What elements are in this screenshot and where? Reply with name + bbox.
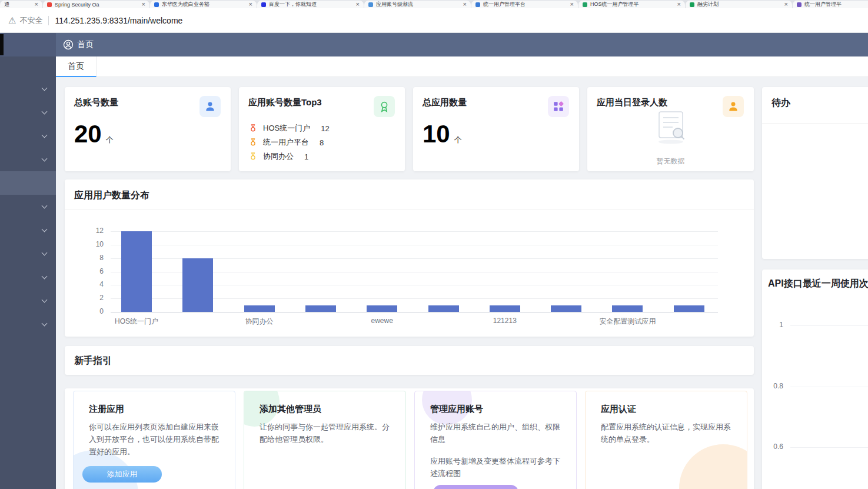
app-header: 首页 xyxy=(0,33,868,56)
sidebar-menu-item[interactable] xyxy=(0,101,56,124)
browser-tab[interactable]: 融劣计划× xyxy=(686,1,792,8)
y-axis-label: 1 xyxy=(766,321,783,329)
tab-close-icon[interactable]: × xyxy=(35,1,38,8)
guide-card-manage-accounts: 管理应用账号 维护应用系统自己的用户、组织、权限信息 应用账号新增及变更整体流程… xyxy=(414,391,577,489)
browser-tab[interactable]: Spring Security Oa× xyxy=(43,1,149,8)
guide-card-desc: 配置应用系统的认证信息，实现应用系统的单点登录。 xyxy=(601,421,735,445)
y-axis-label: 4 xyxy=(81,280,104,288)
gridline xyxy=(111,231,718,232)
divider xyxy=(762,123,868,124)
tab-favicon xyxy=(690,2,694,7)
medal-1-icon xyxy=(248,124,258,133)
browser-tab[interactable]: HOS统一用户管理平× xyxy=(578,1,685,8)
tab-title: 通 xyxy=(4,1,31,8)
sidebar-menu-item[interactable] xyxy=(0,265,56,289)
browser-tab[interactable]: 通× xyxy=(0,1,42,8)
bar xyxy=(367,305,397,312)
app-name: 协同办公 xyxy=(263,151,294,162)
browser-tab[interactable]: 百度一下，你就知道× xyxy=(257,1,364,8)
sidebar-menu-item[interactable] xyxy=(0,171,56,195)
y-axis-label: 12 xyxy=(81,227,104,235)
tab-close-icon[interactable]: × xyxy=(356,1,360,8)
sidebar-menu-item[interactable] xyxy=(0,289,56,312)
guide-card-title: 管理应用账号 xyxy=(430,404,483,415)
chevron-down-icon xyxy=(42,85,48,91)
y-axis-label: 0.8 xyxy=(766,382,783,390)
tab-title: 百度一下，你就知道 xyxy=(269,1,352,8)
chevron-down-icon xyxy=(42,132,48,138)
tab-close-icon[interactable]: × xyxy=(570,1,574,8)
x-axis-label: HOS统一门户 xyxy=(95,317,178,327)
decorative-circle xyxy=(679,444,747,489)
app-name: HOS统一门户 xyxy=(263,123,310,134)
browser-address-bar[interactable]: ⚠ 不安全 114.251.235.9:8331/main/welcome xyxy=(0,8,868,33)
top3-row: HOS统一门户 12 xyxy=(248,121,330,135)
gridline xyxy=(111,245,718,245)
gridline xyxy=(111,312,718,312)
browser-tab[interactable]: 应用账号级潮流× xyxy=(364,1,471,8)
tab-favicon xyxy=(47,2,52,7)
chart-card-title: 应用用户数量分布 xyxy=(74,189,149,202)
header-title: 首页 xyxy=(77,33,94,56)
url-text: 114.251.235.9:8331/main/welcome xyxy=(55,16,182,25)
sidebar-menu-item[interactable] xyxy=(0,242,56,265)
api-line-chart: 10.80.6 xyxy=(762,311,868,489)
x-axis-label: ewewe xyxy=(341,317,423,325)
tab-title: 统一用户管理平 xyxy=(804,1,868,8)
user-icon xyxy=(199,96,221,117)
bar xyxy=(121,231,152,312)
tab-favicon xyxy=(797,2,802,7)
x-axis-label: 协同办公 xyxy=(218,317,301,327)
guide-card-desc-2: 应用账号新增及变更整体流程可参考下述流程图 xyxy=(430,455,564,480)
tab-home[interactable]: 首页 xyxy=(56,56,97,77)
sidebar-menu-item[interactable] xyxy=(0,124,56,148)
tab-title: 应用账号级潮流 xyxy=(376,1,460,8)
guide-card-desc: 维护应用系统自己的用户、组织、权限信息 xyxy=(430,421,564,445)
guide-cards-card: 注册应用 你可以在应用列表页添加自建应用来嵌入到开放平台，也可以使用系统自带配置… xyxy=(65,388,754,489)
top3-row: 协同办公 1 xyxy=(248,149,330,164)
chevron-down-icon xyxy=(42,250,48,256)
flow-button[interactable] xyxy=(433,485,518,489)
gridline xyxy=(790,387,868,387)
browser-tab[interactable]: 东华医为统白业务豁× xyxy=(150,1,257,8)
empty-state-illustration xyxy=(652,109,690,147)
tab-title: 统一用户管理平台 xyxy=(483,1,567,8)
guide-title-card: 新手指引 xyxy=(65,346,754,375)
chevron-down-icon xyxy=(42,203,48,209)
tab-close-icon[interactable]: × xyxy=(784,1,788,8)
tab-home-label: 首页 xyxy=(68,61,84,72)
sidebar-menu-item[interactable] xyxy=(0,312,56,336)
security-label: 不安全 xyxy=(19,15,42,26)
card-title: 总账号数量 xyxy=(74,97,118,108)
sidebar-menu-item[interactable] xyxy=(0,148,56,171)
tab-title: 东华医为统白业务豁 xyxy=(162,1,245,8)
tab-close-icon[interactable]: × xyxy=(249,1,252,8)
add-app-button[interactable]: 添加应用 xyxy=(82,466,162,483)
home-icon xyxy=(62,39,74,51)
browser-tab-strip: 通×Spring Security Oa×东华医为统白业务豁×百度一下，你就知道… xyxy=(0,0,868,8)
unit-label: 个 xyxy=(454,135,462,145)
tab-close-icon[interactable]: × xyxy=(677,1,681,8)
empty-state-text: 暂无数据 xyxy=(587,157,754,167)
card-title: 应用当日登录人数 xyxy=(597,97,667,108)
app-count: 8 xyxy=(320,138,324,147)
tab-title: Spring Security Oa xyxy=(55,2,138,8)
tab-favicon xyxy=(261,2,266,7)
chevron-down-icon xyxy=(42,297,48,303)
top3-row: 统一用户平台 8 xyxy=(248,135,330,149)
browser-tab[interactable]: 统一用户管理平台× xyxy=(471,1,578,8)
sidebar-menu-item[interactable] xyxy=(0,77,56,101)
tab-close-icon[interactable]: × xyxy=(142,1,145,8)
y-axis-label: 10 xyxy=(81,240,104,248)
y-axis-label: 6 xyxy=(81,267,104,275)
sidebar-menu-item[interactable] xyxy=(0,195,56,218)
bar xyxy=(612,305,643,312)
browser-tab[interactable]: 统一用户管理平× xyxy=(793,1,868,8)
sidebar-header-cap xyxy=(0,33,56,56)
bar xyxy=(551,305,581,312)
guide-card-add-admin: 添加其他管理员 让你的同事与你一起管理应用系统。分配给他管理员权限。 xyxy=(244,391,406,489)
sidebar-menu-item[interactable] xyxy=(0,218,56,242)
tab-close-icon[interactable]: × xyxy=(463,1,467,8)
tab-title: 融劣计划 xyxy=(697,1,781,8)
chevron-down-icon xyxy=(42,274,48,280)
